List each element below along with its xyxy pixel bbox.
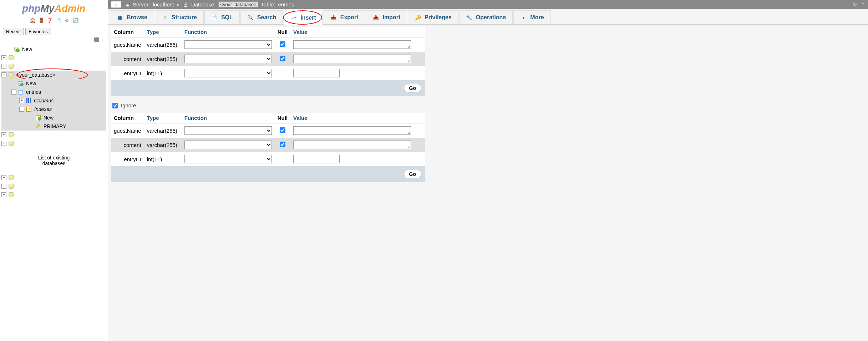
go-row: Go [111, 166, 425, 182]
tab-sql[interactable]: 📄SQL [204, 10, 240, 24]
field-type: varchar(255) [144, 123, 182, 138]
tab-browse[interactable]: ▦Browse [110, 10, 154, 24]
null-checkbox[interactable] [280, 127, 285, 133]
home-icon[interactable]: 🏠 [29, 17, 36, 24]
expand-icon[interactable]: + [1, 132, 6, 137]
new-database-icon [14, 47, 19, 52]
header-type[interactable]: Type [144, 27, 182, 37]
breadcrumb-database-link[interactable]: <your_database> [218, 1, 258, 7]
collapse-icon[interactable]: − [1, 72, 6, 77]
breadcrumb-server-link[interactable]: localhost [153, 1, 174, 7]
null-checkbox[interactable] [280, 56, 285, 61]
go-button[interactable]: Go [404, 170, 421, 178]
expand-icon[interactable]: + [19, 98, 24, 103]
database-icon [9, 64, 14, 69]
function-select[interactable] [184, 141, 272, 149]
tree-your-database[interactable]: − <your_database> [1, 71, 106, 79]
value-textarea[interactable] [293, 40, 411, 49]
database-icon [9, 192, 14, 197]
insert-row: entryID int(11) [111, 66, 425, 80]
value-textarea[interactable] [293, 141, 411, 149]
go-button[interactable]: Go [404, 84, 421, 92]
tree-new-db[interactable]: New [1, 45, 106, 54]
primary-key-icon [36, 124, 41, 129]
tab-structure[interactable]: ⎍Structure [155, 10, 204, 24]
function-select[interactable] [184, 155, 272, 163]
function-select[interactable] [184, 69, 272, 77]
null-checkbox[interactable] [280, 142, 285, 147]
tree-table-entries[interactable]: − entries [1, 88, 106, 96]
recent-tab[interactable]: Recent [3, 28, 24, 35]
import-icon: 📥 [372, 14, 379, 21]
function-select[interactable] [184, 55, 272, 63]
ignore-checkbox[interactable] [112, 103, 118, 108]
tab-export[interactable]: 📤Export [324, 10, 365, 24]
breadcrumb-database-label: Database: [191, 1, 215, 7]
tab-insert[interactable]: ≡+Insert [284, 11, 323, 25]
expand-icon[interactable]: + [1, 175, 6, 180]
insert-row: content varchar(255) [111, 52, 425, 66]
header-function[interactable]: Function [182, 27, 275, 37]
expand-icon[interactable]: + [1, 64, 6, 69]
breadcrumb-server-label: Server: [133, 1, 150, 7]
collapse-icon[interactable]: − [19, 107, 24, 112]
header-column: Column [111, 27, 144, 37]
tab-import[interactable]: 📥Import [366, 10, 407, 24]
function-select[interactable] [184, 126, 272, 135]
sql-docs-icon[interactable]: 📄 [55, 17, 61, 24]
insert-form: Column Type Function Null Value guestNam… [108, 25, 868, 184]
tree-primary-key[interactable]: PRIMARY [1, 122, 106, 131]
docs-icon[interactable]: ❓ [46, 17, 53, 24]
database-icon [9, 184, 14, 189]
insert-icon: ≡+ [290, 15, 297, 21]
tree-new-index[interactable]: New [1, 113, 106, 122]
settings-icon[interactable]: ⚙ [64, 17, 70, 24]
favorites-tab[interactable]: Favorites [25, 28, 51, 35]
database-tree: New + + − <your_database> New − entries … [0, 45, 108, 341]
database-icon [9, 55, 14, 60]
database-icon [9, 72, 14, 77]
collapse-top-icon[interactable]: ⌃ [861, 2, 865, 7]
field-name: entryID [111, 66, 144, 80]
expand-icon[interactable]: + [1, 192, 6, 197]
expand-icon[interactable]: + [1, 141, 6, 146]
database-icon [9, 141, 14, 146]
breadcrumb: ← 🖥 Server: localhost » 🗄 Database: <you… [108, 0, 868, 9]
function-select[interactable] [184, 40, 272, 49]
breadcrumb-table-link[interactable]: entries [278, 1, 294, 7]
field-name: content [111, 138, 144, 152]
value-textarea[interactable] [293, 55, 411, 63]
link-icon[interactable] [101, 37, 103, 43]
header-null: Null [275, 113, 290, 123]
privileges-icon: 🔑 [415, 14, 421, 21]
tab-more[interactable]: More [513, 10, 550, 24]
value-input[interactable] [293, 155, 340, 163]
header-function[interactable]: Function [182, 113, 275, 123]
collapse-tree-icon[interactable] [94, 37, 99, 42]
insert-row: guestName varchar(255) [111, 37, 425, 52]
tree-columns[interactable]: + Columns [1, 96, 106, 105]
tab-privileges[interactable]: 🔑Privileges [408, 10, 458, 24]
collapse-icon[interactable]: − [11, 90, 16, 95]
tab-operations[interactable]: 🔧Operations [459, 10, 513, 24]
back-button[interactable]: ← [111, 1, 121, 8]
expand-icon[interactable]: + [1, 184, 6, 189]
breadcrumb-table-label: Table: [261, 1, 275, 7]
more-triangle-icon [520, 14, 527, 21]
menu-tabs: ▦Browse ⎍Structure 📄SQL 🔍Search ≡+Insert… [108, 9, 868, 25]
value-input[interactable] [293, 69, 340, 77]
new-index-icon [36, 115, 41, 120]
insert-row: content varchar(255) [111, 138, 425, 152]
logout-icon[interactable]: 🚪 [38, 17, 44, 24]
tree-new-table[interactable]: New [1, 79, 106, 88]
expand-icon[interactable]: + [1, 55, 6, 60]
header-type[interactable]: Type [144, 113, 182, 123]
database-icon [9, 132, 14, 137]
null-checkbox[interactable] [280, 41, 285, 47]
tree-indexes[interactable]: − Indexes [1, 105, 106, 113]
tab-search[interactable]: 🔍Search [240, 10, 283, 24]
structure-icon: ⎍ [162, 14, 168, 21]
reload-icon[interactable]: 🔄 [72, 17, 78, 24]
page-settings-icon[interactable] [852, 1, 857, 8]
value-textarea[interactable] [293, 126, 411, 135]
